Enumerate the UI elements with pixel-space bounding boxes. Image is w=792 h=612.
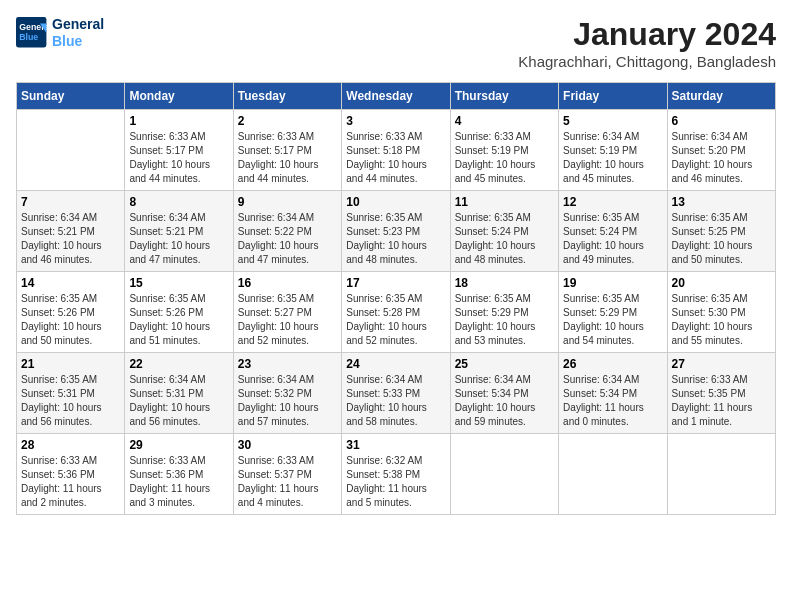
calendar-week-row: 1Sunrise: 6:33 AM Sunset: 5:17 PM Daylig… bbox=[17, 110, 776, 191]
day-number: 13 bbox=[672, 195, 771, 209]
day-detail: Sunrise: 6:33 AM Sunset: 5:18 PM Dayligh… bbox=[346, 130, 445, 186]
calendar-title: January 2024 bbox=[518, 16, 776, 53]
day-number: 2 bbox=[238, 114, 337, 128]
header: General Blue General Blue January 2024 K… bbox=[16, 16, 776, 70]
calendar-day-cell: 1Sunrise: 6:33 AM Sunset: 5:17 PM Daylig… bbox=[125, 110, 233, 191]
day-detail: Sunrise: 6:34 AM Sunset: 5:33 PM Dayligh… bbox=[346, 373, 445, 429]
day-detail: Sunrise: 6:32 AM Sunset: 5:38 PM Dayligh… bbox=[346, 454, 445, 510]
calendar-day-cell bbox=[450, 434, 558, 515]
day-number: 27 bbox=[672, 357, 771, 371]
weekday-header-cell: Saturday bbox=[667, 83, 775, 110]
day-number: 8 bbox=[129, 195, 228, 209]
day-number: 19 bbox=[563, 276, 662, 290]
day-number: 25 bbox=[455, 357, 554, 371]
calendar-day-cell: 21Sunrise: 6:35 AM Sunset: 5:31 PM Dayli… bbox=[17, 353, 125, 434]
day-detail: Sunrise: 6:34 AM Sunset: 5:19 PM Dayligh… bbox=[563, 130, 662, 186]
day-number: 20 bbox=[672, 276, 771, 290]
day-number: 21 bbox=[21, 357, 120, 371]
calendar-day-cell: 2Sunrise: 6:33 AM Sunset: 5:17 PM Daylig… bbox=[233, 110, 341, 191]
svg-text:Blue: Blue bbox=[19, 32, 38, 42]
day-detail: Sunrise: 6:35 AM Sunset: 5:24 PM Dayligh… bbox=[563, 211, 662, 267]
weekday-header-cell: Sunday bbox=[17, 83, 125, 110]
calendar-day-cell: 15Sunrise: 6:35 AM Sunset: 5:26 PM Dayli… bbox=[125, 272, 233, 353]
calendar-day-cell: 20Sunrise: 6:35 AM Sunset: 5:30 PM Dayli… bbox=[667, 272, 775, 353]
calendar-day-cell: 13Sunrise: 6:35 AM Sunset: 5:25 PM Dayli… bbox=[667, 191, 775, 272]
calendar-day-cell bbox=[559, 434, 667, 515]
day-detail: Sunrise: 6:34 AM Sunset: 5:21 PM Dayligh… bbox=[21, 211, 120, 267]
day-number: 10 bbox=[346, 195, 445, 209]
day-detail: Sunrise: 6:33 AM Sunset: 5:36 PM Dayligh… bbox=[21, 454, 120, 510]
day-detail: Sunrise: 6:33 AM Sunset: 5:35 PM Dayligh… bbox=[672, 373, 771, 429]
weekday-header-cell: Tuesday bbox=[233, 83, 341, 110]
logo-text: General bbox=[52, 16, 104, 33]
calendar-day-cell: 23Sunrise: 6:34 AM Sunset: 5:32 PM Dayli… bbox=[233, 353, 341, 434]
day-number: 6 bbox=[672, 114, 771, 128]
day-number: 7 bbox=[21, 195, 120, 209]
calendar-day-cell: 17Sunrise: 6:35 AM Sunset: 5:28 PM Dayli… bbox=[342, 272, 450, 353]
calendar-day-cell: 27Sunrise: 6:33 AM Sunset: 5:35 PM Dayli… bbox=[667, 353, 775, 434]
calendar-day-cell: 16Sunrise: 6:35 AM Sunset: 5:27 PM Dayli… bbox=[233, 272, 341, 353]
day-number: 30 bbox=[238, 438, 337, 452]
day-number: 1 bbox=[129, 114, 228, 128]
day-detail: Sunrise: 6:34 AM Sunset: 5:20 PM Dayligh… bbox=[672, 130, 771, 186]
day-detail: Sunrise: 6:35 AM Sunset: 5:26 PM Dayligh… bbox=[21, 292, 120, 348]
day-detail: Sunrise: 6:34 AM Sunset: 5:21 PM Dayligh… bbox=[129, 211, 228, 267]
day-number: 17 bbox=[346, 276, 445, 290]
calendar-day-cell bbox=[17, 110, 125, 191]
calendar-day-cell: 28Sunrise: 6:33 AM Sunset: 5:36 PM Dayli… bbox=[17, 434, 125, 515]
calendar-day-cell: 12Sunrise: 6:35 AM Sunset: 5:24 PM Dayli… bbox=[559, 191, 667, 272]
day-number: 4 bbox=[455, 114, 554, 128]
day-number: 22 bbox=[129, 357, 228, 371]
day-number: 28 bbox=[21, 438, 120, 452]
calendar-day-cell: 24Sunrise: 6:34 AM Sunset: 5:33 PM Dayli… bbox=[342, 353, 450, 434]
logo-icon: General Blue bbox=[16, 17, 48, 49]
day-detail: Sunrise: 6:34 AM Sunset: 5:34 PM Dayligh… bbox=[455, 373, 554, 429]
weekday-header-cell: Thursday bbox=[450, 83, 558, 110]
calendar-day-cell bbox=[667, 434, 775, 515]
day-detail: Sunrise: 6:35 AM Sunset: 5:29 PM Dayligh… bbox=[455, 292, 554, 348]
calendar-day-cell: 5Sunrise: 6:34 AM Sunset: 5:19 PM Daylig… bbox=[559, 110, 667, 191]
day-number: 23 bbox=[238, 357, 337, 371]
day-number: 9 bbox=[238, 195, 337, 209]
calendar-subtitle: Khagrachhari, Chittagong, Bangladesh bbox=[518, 53, 776, 70]
day-detail: Sunrise: 6:33 AM Sunset: 5:37 PM Dayligh… bbox=[238, 454, 337, 510]
calendar-day-cell: 22Sunrise: 6:34 AM Sunset: 5:31 PM Dayli… bbox=[125, 353, 233, 434]
calendar-day-cell: 6Sunrise: 6:34 AM Sunset: 5:20 PM Daylig… bbox=[667, 110, 775, 191]
title-block: January 2024 Khagrachhari, Chittagong, B… bbox=[518, 16, 776, 70]
calendar-day-cell: 4Sunrise: 6:33 AM Sunset: 5:19 PM Daylig… bbox=[450, 110, 558, 191]
day-detail: Sunrise: 6:35 AM Sunset: 5:25 PM Dayligh… bbox=[672, 211, 771, 267]
calendar-day-cell: 3Sunrise: 6:33 AM Sunset: 5:18 PM Daylig… bbox=[342, 110, 450, 191]
day-number: 12 bbox=[563, 195, 662, 209]
day-number: 18 bbox=[455, 276, 554, 290]
weekday-header-row: SundayMondayTuesdayWednesdayThursdayFrid… bbox=[17, 83, 776, 110]
calendar-day-cell: 30Sunrise: 6:33 AM Sunset: 5:37 PM Dayli… bbox=[233, 434, 341, 515]
calendar-day-cell: 8Sunrise: 6:34 AM Sunset: 5:21 PM Daylig… bbox=[125, 191, 233, 272]
day-detail: Sunrise: 6:34 AM Sunset: 5:22 PM Dayligh… bbox=[238, 211, 337, 267]
day-number: 3 bbox=[346, 114, 445, 128]
logo-text-blue: Blue bbox=[52, 33, 104, 50]
calendar-day-cell: 7Sunrise: 6:34 AM Sunset: 5:21 PM Daylig… bbox=[17, 191, 125, 272]
calendar-day-cell: 14Sunrise: 6:35 AM Sunset: 5:26 PM Dayli… bbox=[17, 272, 125, 353]
day-detail: Sunrise: 6:35 AM Sunset: 5:31 PM Dayligh… bbox=[21, 373, 120, 429]
calendar-day-cell: 19Sunrise: 6:35 AM Sunset: 5:29 PM Dayli… bbox=[559, 272, 667, 353]
logo: General Blue General Blue bbox=[16, 16, 104, 50]
day-detail: Sunrise: 6:33 AM Sunset: 5:17 PM Dayligh… bbox=[129, 130, 228, 186]
day-detail: Sunrise: 6:33 AM Sunset: 5:36 PM Dayligh… bbox=[129, 454, 228, 510]
day-detail: Sunrise: 6:34 AM Sunset: 5:32 PM Dayligh… bbox=[238, 373, 337, 429]
day-detail: Sunrise: 6:35 AM Sunset: 5:29 PM Dayligh… bbox=[563, 292, 662, 348]
calendar-week-row: 21Sunrise: 6:35 AM Sunset: 5:31 PM Dayli… bbox=[17, 353, 776, 434]
day-detail: Sunrise: 6:35 AM Sunset: 5:24 PM Dayligh… bbox=[455, 211, 554, 267]
weekday-header-cell: Friday bbox=[559, 83, 667, 110]
weekday-header-cell: Monday bbox=[125, 83, 233, 110]
day-detail: Sunrise: 6:33 AM Sunset: 5:17 PM Dayligh… bbox=[238, 130, 337, 186]
day-detail: Sunrise: 6:35 AM Sunset: 5:28 PM Dayligh… bbox=[346, 292, 445, 348]
day-detail: Sunrise: 6:35 AM Sunset: 5:23 PM Dayligh… bbox=[346, 211, 445, 267]
calendar-day-cell: 18Sunrise: 6:35 AM Sunset: 5:29 PM Dayli… bbox=[450, 272, 558, 353]
calendar-day-cell: 10Sunrise: 6:35 AM Sunset: 5:23 PM Dayli… bbox=[342, 191, 450, 272]
day-number: 29 bbox=[129, 438, 228, 452]
day-number: 5 bbox=[563, 114, 662, 128]
calendar-day-cell: 11Sunrise: 6:35 AM Sunset: 5:24 PM Dayli… bbox=[450, 191, 558, 272]
calendar-day-cell: 9Sunrise: 6:34 AM Sunset: 5:22 PM Daylig… bbox=[233, 191, 341, 272]
day-number: 26 bbox=[563, 357, 662, 371]
day-detail: Sunrise: 6:35 AM Sunset: 5:30 PM Dayligh… bbox=[672, 292, 771, 348]
